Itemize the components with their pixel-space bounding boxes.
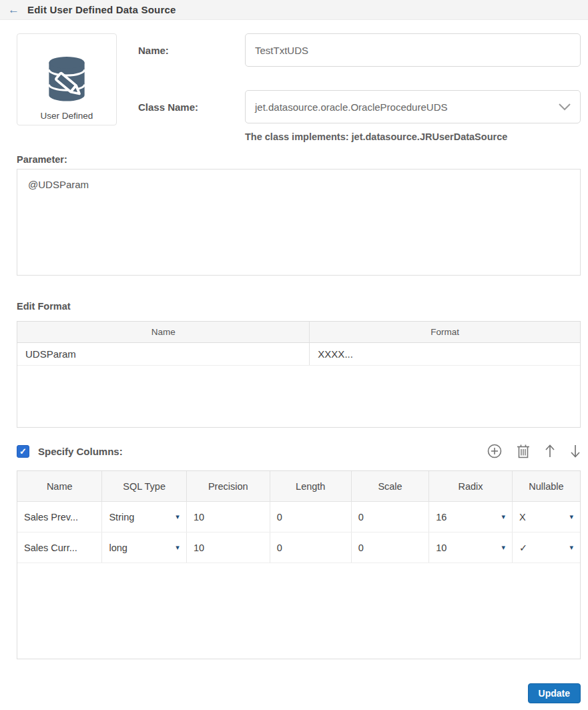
cell-sql-type-dropdown[interactable]: String ▾: [101, 502, 186, 532]
chevron-down-icon: [559, 101, 571, 113]
edit-format-section: Edit Format Name Format UDSParam XXXX...: [17, 301, 581, 428]
cell-precision[interactable]: 10: [186, 532, 270, 563]
col-header-precision: Precision: [186, 471, 270, 501]
delete-column-button[interactable]: [517, 444, 530, 458]
sql-type-value: long: [109, 543, 127, 553]
class-name-label: Class Name:: [138, 101, 245, 113]
cell-radix-dropdown[interactable]: 16 ▾: [428, 502, 512, 532]
main-content: User Defined Name: Class Name: jet.datas…: [0, 20, 588, 703]
datasource-type-card: User Defined: [17, 33, 117, 125]
format-value-cell[interactable]: XXXX...: [310, 343, 580, 365]
trash-icon: [517, 444, 530, 458]
dropdown-caret-icon: ▾: [569, 512, 573, 521]
cell-name[interactable]: Sales Curr...: [17, 532, 101, 563]
cell-name[interactable]: Sales Prev...: [17, 502, 101, 532]
datasource-type-label: User Defined: [41, 111, 93, 121]
class-name-field-row: Class Name: jet.datasource.oracle.Oracle…: [138, 90, 581, 123]
dropdown-caret-icon: ▾: [501, 543, 505, 552]
edit-format-label: Edit Format: [17, 301, 581, 312]
top-section: User Defined Name: Class Name: jet.datas…: [17, 33, 581, 142]
edit-format-col-format: Format: [310, 322, 580, 342]
page-title: Edit User Defined Data Source: [27, 4, 176, 15]
col-header-nullable: Nullable: [512, 471, 580, 501]
edit-format-header-row: Name Format: [17, 322, 580, 343]
dropdown-caret-icon: ▾: [501, 512, 505, 521]
move-up-button[interactable]: [545, 444, 555, 458]
cell-length[interactable]: 0: [270, 502, 351, 532]
sql-type-value: String: [109, 512, 134, 522]
class-hint-text: The class implements: jet.datasource.JRU…: [245, 131, 507, 142]
radix-value: 16: [436, 512, 447, 522]
dropdown-caret-icon: ▾: [176, 512, 180, 521]
table-row[interactable]: Sales Prev... String ▾ 10 0 0 16 ▾ X ▾: [17, 502, 580, 532]
table-row[interactable]: Sales Curr... long ▾ 10 0 0 10 ▾ ✓ ▾: [17, 532, 580, 563]
edit-format-col-name: Name: [17, 322, 310, 342]
cell-sql-type-dropdown[interactable]: long ▾: [101, 532, 186, 563]
col-header-sql-type: SQL Type: [101, 471, 186, 501]
arrow-up-icon: [545, 444, 555, 458]
nullable-value: X: [519, 512, 526, 522]
specify-columns-bar: ✓ Specify Columns:: [17, 444, 581, 458]
specify-columns-label: Specify Columns:: [38, 446, 123, 457]
move-down-button[interactable]: [570, 444, 581, 458]
cell-precision[interactable]: 10: [186, 502, 270, 532]
col-header-radix: Radix: [428, 471, 512, 501]
parameter-section: Parameter: @UDSParam: [17, 154, 581, 278]
class-name-value: jet.datasource.oracle.OracleProcedureUDS: [255, 101, 447, 113]
specify-columns-checkbox[interactable]: ✓: [17, 445, 29, 458]
class-name-select[interactable]: jet.datasource.oracle.OracleProcedureUDS: [245, 90, 581, 123]
dropdown-caret-icon: ▾: [176, 543, 180, 552]
cell-length[interactable]: 0: [270, 532, 351, 563]
radix-value: 10: [436, 543, 447, 553]
cell-scale[interactable]: 0: [351, 532, 428, 563]
fields-area: Name: Class Name: jet.datasource.oracle.…: [138, 33, 581, 142]
dropdown-caret-icon: ▾: [569, 543, 573, 552]
columns-header-row: Name SQL Type Precision Length Scale Rad…: [17, 471, 580, 502]
name-input[interactable]: [245, 33, 581, 67]
footer: Update: [17, 683, 581, 703]
header-bar: ← Edit User Defined Data Source: [0, 0, 588, 20]
cell-scale[interactable]: 0: [351, 502, 428, 532]
parameter-label: Parameter:: [17, 154, 581, 165]
back-icon[interactable]: ←: [8, 4, 19, 15]
columns-table-empty-area: [17, 563, 580, 659]
table-row[interactable]: UDSParam XXXX...: [17, 343, 580, 366]
parameter-textarea[interactable]: @UDSParam: [17, 169, 581, 276]
col-header-name: Name: [17, 471, 101, 501]
col-header-scale: Scale: [351, 471, 428, 501]
edit-format-empty-area: [17, 366, 580, 427]
name-field-row: Name:: [138, 33, 581, 67]
nullable-value: ✓: [519, 543, 527, 553]
format-name-cell: UDSParam: [17, 343, 310, 365]
cell-radix-dropdown[interactable]: 10 ▾: [428, 532, 512, 563]
database-pencil-icon: [42, 53, 91, 111]
name-label: Name:: [138, 45, 245, 56]
add-column-button[interactable]: [487, 444, 502, 458]
columns-table: Name SQL Type Precision Length Scale Rad…: [17, 470, 581, 659]
class-hint-row: The class implements: jet.datasource.JRU…: [138, 131, 581, 142]
arrow-down-icon: [570, 444, 581, 458]
cell-nullable-dropdown[interactable]: ✓ ▾: [512, 532, 580, 563]
cell-nullable-dropdown[interactable]: X ▾: [512, 502, 580, 532]
add-circle-icon: [487, 444, 502, 458]
edit-format-table: Name Format UDSParam XXXX...: [17, 321, 581, 428]
update-button[interactable]: Update: [528, 683, 581, 703]
col-header-length: Length: [270, 471, 351, 501]
